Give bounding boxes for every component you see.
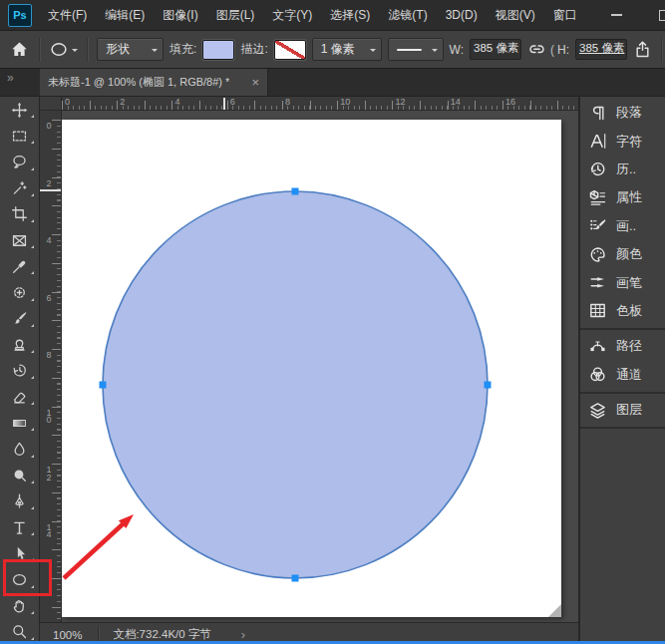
stroke-style-select[interactable] <box>388 38 443 61</box>
tool-mode-select[interactable]: 形状 <box>97 38 164 61</box>
stroke-width-select[interactable]: 1 像素 <box>312 38 382 61</box>
character-icon <box>588 132 607 151</box>
panel-tab-label: 字符 <box>616 133 642 151</box>
panel-tab-brushes[interactable]: 画笔 <box>580 268 665 296</box>
tool-magic-wand[interactable] <box>0 175 39 201</box>
menu-edit[interactable]: 编辑(E) <box>96 0 154 30</box>
stroke-swatch[interactable] <box>274 40 306 60</box>
menu-layer[interactable]: 图层(L) <box>207 0 264 30</box>
document-tab-bar: » 未标题-1 @ 100% (椭圆 1, RGB/8#) * × <box>0 69 665 97</box>
tool-ellipse[interactable] <box>0 566 39 592</box>
menu-window[interactable]: 窗口 <box>544 0 586 30</box>
panel-tab-character[interactable]: 字符 <box>580 127 665 155</box>
link-dimensions-icon[interactable] <box>527 40 547 60</box>
panel-tab-label: 段落 <box>616 104 642 122</box>
toolbar-collapse-chevrons[interactable]: » <box>7 71 13 85</box>
document-tab[interactable]: 未标题-1 @ 100% (椭圆 1, RGB/8#) * × <box>40 69 268 96</box>
width-input[interactable]: 385 像素 <box>470 39 521 60</box>
tool-blur[interactable] <box>0 436 39 462</box>
tool-frame[interactable] <box>0 227 39 253</box>
panel-tab-paths[interactable]: 路径 <box>580 332 665 360</box>
v-ruler-label: 2 <box>44 180 54 188</box>
tool-type[interactable] <box>0 514 39 540</box>
canvas-viewport[interactable] <box>62 111 578 622</box>
tool-hand[interactable] <box>0 593 39 619</box>
ruler-origin-corner[interactable] <box>40 97 62 110</box>
tool-history-brush[interactable] <box>0 358 39 384</box>
chevron-down-icon <box>152 49 158 55</box>
panel-tab-paragraph[interactable]: 段落 <box>580 99 665 127</box>
v-ruler-label: 1 4 <box>44 524 54 539</box>
anchor-point-top[interactable] <box>292 188 299 195</box>
anchor-point-left[interactable] <box>100 382 107 389</box>
photoshop-logo-icon: Ps <box>8 4 32 27</box>
minimize-button[interactable] <box>600 0 634 30</box>
panel-tab-label: 色板 <box>616 302 642 320</box>
menu-view[interactable]: 视图(V) <box>487 0 544 30</box>
stroke-width-value: 1 像素 <box>321 41 355 58</box>
h-ruler-label: 6 <box>230 97 235 107</box>
h-ruler-label: 10 <box>340 97 350 107</box>
tool-brush[interactable] <box>0 306 39 332</box>
panel-tab-history[interactable]: 历.. <box>580 156 665 183</box>
vertical-ruler[interactable]: 024681 01 21 4 <box>40 111 62 622</box>
document-canvas[interactable] <box>62 120 561 617</box>
paths-icon <box>588 337 607 356</box>
panel-tab-brush-settings[interactable]: 画.. <box>580 212 665 240</box>
maximize-button[interactable] <box>648 0 665 30</box>
tool-move[interactable] <box>0 97 39 123</box>
anchor-point-bottom[interactable] <box>292 575 299 582</box>
cursor-position-marker-horizontal <box>223 98 225 110</box>
panel-tab-label: 画.. <box>616 217 636 235</box>
tool-crop[interactable] <box>0 201 39 227</box>
tool-eyedropper[interactable] <box>0 253 39 279</box>
menu-image[interactable]: 图像(I) <box>154 0 206 30</box>
horizontal-ruler[interactable]: 0246810121416 <box>40 97 578 111</box>
menu-3d[interactable]: 3D(D) <box>437 0 487 30</box>
tool-gradient[interactable] <box>0 410 39 436</box>
fill-swatch[interactable] <box>202 40 234 60</box>
panel-tab-label: 通道 <box>616 366 642 384</box>
height-input[interactable]: 385 像素 <box>575 39 627 60</box>
document-size-info: 文档:732.4K/0 字节 <box>113 627 210 642</box>
panel-tab-label: 颜色 <box>616 245 642 263</box>
share-icon[interactable] <box>633 40 653 60</box>
menu-type[interactable]: 文字(Y) <box>263 0 321 30</box>
menu-select[interactable]: 选择(S) <box>321 0 379 30</box>
panel-tab-properties[interactable]: 属性 <box>580 183 665 211</box>
zoom-level-field[interactable]: 100% <box>53 629 82 641</box>
ellipse-shape[interactable] <box>103 191 488 578</box>
tool-eraser[interactable] <box>0 384 39 410</box>
horizontal-ruler-ticks: 0246810121416 <box>62 97 578 110</box>
tool-preset-dropdown[interactable] <box>49 40 78 60</box>
tab-close-icon[interactable]: × <box>251 76 259 89</box>
panel-tab-swatches[interactable]: 色板 <box>580 297 665 325</box>
brushes-icon <box>588 273 607 292</box>
cursor-position-marker-vertical <box>40 189 61 191</box>
shape-layer[interactable] <box>62 120 561 617</box>
tool-spot-healing[interactable] <box>0 279 39 305</box>
divider <box>39 38 40 62</box>
anchor-point-right[interactable] <box>485 382 492 389</box>
photoshop-window: Ps 文件(F)编辑(E)图像(I)图层(L)文字(Y)选择(S)滤镜(T)3D… <box>0 0 665 644</box>
panel-tab-color[interactable]: 颜色 <box>580 240 665 268</box>
tool-lasso[interactable] <box>0 149 39 174</box>
menu-file[interactable]: 文件(F) <box>39 0 96 30</box>
color-icon <box>588 245 607 264</box>
tool-options-bar: 形状 填充: 描边: 1 像素 W: 385 像素 ( H: 385 像素 <box>0 30 665 69</box>
tool-path-selection[interactable] <box>0 540 39 566</box>
history-icon <box>588 160 607 178</box>
channels-icon <box>588 365 607 384</box>
home-icon[interactable] <box>10 40 30 60</box>
status-expand-chevron[interactable]: › <box>241 627 245 642</box>
panel-tab-channels[interactable]: 通道 <box>580 361 665 389</box>
solid-line-icon <box>397 49 422 51</box>
tool-clone-stamp[interactable] <box>0 332 39 358</box>
tool-pen[interactable] <box>0 488 39 514</box>
divider <box>87 38 88 62</box>
panel-tab-layers[interactable]: 图层 <box>580 396 665 424</box>
tool-rectangular-marquee[interactable] <box>0 123 39 149</box>
tool-dodge[interactable] <box>0 463 39 488</box>
h-ruler-label: 14 <box>451 97 461 107</box>
menu-filter[interactable]: 滤镜(T) <box>379 0 436 30</box>
